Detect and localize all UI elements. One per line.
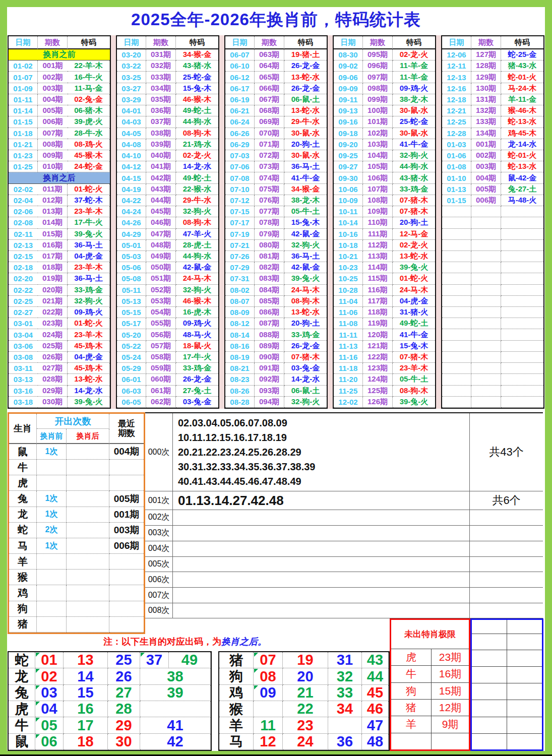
special-code-cell: 24-蛇-金 — [68, 161, 110, 172]
period-cell: 073期 — [255, 161, 284, 172]
date-cell: 05-22 — [117, 341, 146, 352]
period-cell: 003期 — [38, 83, 68, 94]
count-after-cell — [67, 538, 109, 554]
special-code-cell: 11-羊-金 — [393, 72, 435, 83]
number-cell: 33 — [328, 685, 362, 701]
empty-date-cell — [442, 262, 471, 273]
period-cell: 078期 — [255, 217, 284, 228]
period-cell: 106期 — [363, 172, 393, 183]
date-cell: 11-06 — [334, 307, 363, 318]
date-cell: 12-21 — [442, 105, 471, 116]
date-header: 日期 — [442, 36, 471, 49]
special-code-cell: 14-龙-水 — [68, 386, 110, 397]
period-cell: 026期 — [38, 352, 68, 363]
period-cell: 002期 — [471, 150, 501, 161]
zodiac-cell: 兔 — [9, 685, 35, 701]
special-code-cell: 鸡-45-木 — [501, 128, 543, 139]
count-row: 000次02.03.04.05.06.07.08.0910.11.12.15.1… — [145, 413, 543, 491]
date-cell: 04-24 — [117, 206, 146, 217]
period-cell: 096期 — [363, 60, 393, 72]
empty-period-cell — [471, 341, 501, 352]
special-code-cell: 23-羊-木 — [68, 329, 110, 340]
number-cell: 02 — [35, 668, 64, 684]
period-cell: 037期 — [146, 116, 176, 128]
period-cell: 046期 — [146, 217, 176, 228]
limit-row: 羊9期 — [391, 716, 469, 733]
total-count-cell: 共6个 — [470, 491, 543, 510]
date-cell: 08-26 — [225, 386, 255, 397]
special-code-cell: 17-牛-火 — [68, 217, 110, 228]
special-code-cell: 17-牛-火 — [176, 352, 218, 363]
number-cell: 20 — [283, 668, 328, 684]
empty-code-cell — [501, 217, 543, 228]
special-code-cell: 04-虎-金 — [68, 352, 110, 363]
period-cell: 003期 — [471, 161, 501, 172]
main-table: 日期期数特码换肖之前01-02001期22-羊-木01-07002期16-牛-火… — [8, 35, 544, 409]
count-before-cell — [37, 617, 67, 633]
period-cell: 121期 — [363, 341, 393, 352]
special-code-cell: 02-龙-火 — [393, 49, 435, 60]
special-code-cell: 08-狗-木 — [176, 217, 218, 228]
number-cell: 19 — [283, 652, 328, 668]
count-row: 001次01.13.14.27.42.48共6个 — [145, 491, 543, 510]
empty-cell — [507, 734, 542, 749]
count-before-cell — [37, 475, 67, 491]
special-code-cell: 36-马-土 — [284, 251, 327, 262]
period-cell: 001期 — [471, 139, 501, 150]
period-cell: 030期 — [38, 397, 68, 408]
period-table-group-2: 日期期数特码03-20031期34-猴-金03-22032期43-猪-水03-2… — [116, 35, 219, 409]
zodiac-cell: 兔 — [9, 491, 37, 507]
zodiac-cell: 龙 — [9, 668, 35, 684]
number-cell: 25 — [108, 652, 140, 668]
zodiac-cell: 猪 — [9, 617, 37, 633]
date-cell: 04-10 — [117, 150, 146, 161]
date-cell: 10-18 — [334, 240, 363, 251]
date-cell: 11-11 — [334, 329, 363, 340]
empty-code-cell — [501, 251, 543, 262]
date-cell: 01-23 — [9, 150, 38, 161]
period-cell: 115期 — [363, 273, 393, 284]
date-cell: 06-12 — [225, 72, 255, 83]
empty-code-cell — [501, 262, 543, 273]
recent-period-cell: 001期 — [109, 507, 144, 523]
special-code-cell: 42-鼠-金 — [176, 262, 218, 273]
count-after-cell — [67, 585, 109, 601]
period-cell: 006期 — [471, 195, 501, 206]
period-cell: 122期 — [363, 352, 393, 363]
special-code-cell: 39-兔-火 — [68, 229, 110, 240]
date-cell: 01-09 — [9, 83, 38, 94]
date-cell: 07-21 — [225, 240, 255, 251]
period-cell: 116期 — [363, 285, 393, 296]
empty-cell — [472, 717, 507, 733]
empty-date-cell — [442, 363, 471, 374]
special-code-cell: 49-蛇-土 — [176, 105, 218, 116]
period-cell: 042期 — [146, 172, 176, 183]
period-cell: 081期 — [255, 251, 284, 262]
zodiac-cell: 蛇 — [9, 652, 35, 668]
empty-cell — [507, 634, 542, 650]
special-code-cell: 03-兔-金 — [284, 363, 327, 374]
empty-cell — [472, 650, 507, 666]
limit-row — [391, 733, 469, 749]
period-cell: 085期 — [255, 296, 284, 307]
special-code-cell: 41-牛-金 — [393, 329, 435, 340]
period-cell: 011期 — [38, 184, 68, 195]
period-cell: 038期 — [146, 128, 176, 139]
number-cell: 31 — [328, 652, 362, 668]
date-cell: 05-17 — [117, 318, 146, 329]
empty-period-cell — [471, 262, 501, 273]
period-cell: 133期 — [471, 116, 501, 128]
special-code-cell: 13-蛇-水 — [284, 72, 327, 83]
period-cell: 093期 — [255, 386, 284, 397]
empty-date-cell — [442, 229, 471, 240]
recent-period-header: 最近期数 — [109, 414, 144, 444]
date-cell: 07-29 — [225, 262, 255, 273]
date-cell: 09-20 — [334, 139, 363, 150]
special-code-cell: 16-虎-木 — [176, 307, 218, 318]
code-header: 特码 — [284, 36, 327, 49]
date-cell: 12-18 — [442, 94, 471, 105]
number-cell: 48 — [362, 734, 389, 750]
count-after-cell — [67, 523, 109, 538]
period-cell: 089期 — [255, 341, 284, 352]
period-cell: 047期 — [146, 229, 176, 240]
